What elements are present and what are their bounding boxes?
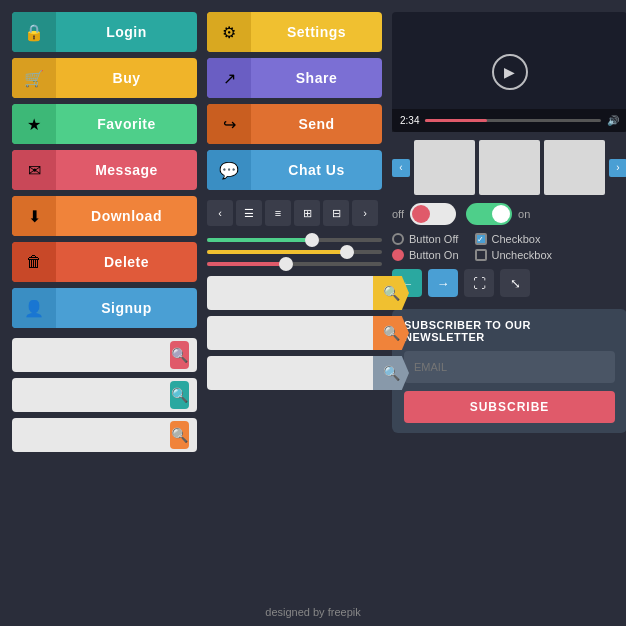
video-progress-fill bbox=[425, 119, 486, 122]
slider-fill-red bbox=[207, 262, 286, 266]
radio-off-item[interactable]: Button Off bbox=[392, 233, 459, 245]
newsletter-email-input[interactable] bbox=[404, 351, 615, 383]
prev-page-button[interactable]: ‹ bbox=[207, 200, 233, 226]
send-label: Send bbox=[251, 116, 382, 132]
uncheckbox-item[interactable]: Uncheckbox bbox=[475, 249, 553, 261]
toggle-off-group: off bbox=[392, 203, 456, 225]
checkbox-checked: ✓ bbox=[475, 233, 487, 245]
thumbnail-2[interactable] bbox=[479, 140, 540, 195]
checkbox-item[interactable]: ✓ Checkbox bbox=[475, 233, 553, 245]
share-label: Share bbox=[251, 70, 382, 86]
search-bar-2: 🔍 bbox=[12, 378, 197, 412]
slider-thumb-green[interactable] bbox=[305, 233, 319, 247]
middle-column: ⚙ Settings ↗ Share ↪ Send 💬 Chat Us ‹ ☰ … bbox=[207, 12, 382, 614]
signup-button[interactable]: 👤 Signup bbox=[12, 288, 197, 328]
radio-on-dot bbox=[392, 249, 404, 261]
slider-track-yellow bbox=[207, 250, 382, 254]
thumb-next-button[interactable]: › bbox=[609, 159, 626, 177]
subscribe-button[interactable]: SUBSCRIBE bbox=[404, 391, 615, 423]
share-icon: ↗ bbox=[207, 58, 251, 98]
slider-track-green bbox=[207, 238, 382, 242]
slider-thumb-yellow[interactable] bbox=[340, 245, 354, 259]
download-icon: ⬇ bbox=[12, 196, 56, 236]
toggle-off-label: off bbox=[392, 208, 404, 220]
video-time: 2:34 bbox=[400, 115, 419, 126]
slider-fill-green bbox=[207, 238, 312, 242]
signup-label: Signup bbox=[56, 300, 197, 316]
arrow-search-input-3[interactable] bbox=[207, 366, 373, 380]
chat-button[interactable]: 💬 Chat Us bbox=[207, 150, 382, 190]
thumb-prev-button[interactable]: ‹ bbox=[392, 159, 410, 177]
delete-button[interactable]: 🗑 Delete bbox=[12, 242, 197, 282]
grid-view-2-button[interactable]: ⊟ bbox=[323, 200, 349, 226]
buy-label: Buy bbox=[56, 70, 197, 86]
right-column: ▶ 2:34 🔊 ‹ › off bbox=[392, 12, 626, 614]
search-button-2[interactable]: 🔍 bbox=[170, 381, 189, 409]
chat-label: Chat Us bbox=[251, 162, 382, 178]
checkbox-unchecked bbox=[475, 249, 487, 261]
next-page-button[interactable]: › bbox=[352, 200, 378, 226]
thumbnail-1[interactable] bbox=[414, 140, 475, 195]
video-volume: 🔊 bbox=[607, 115, 619, 126]
radio-group: Button Off Button On bbox=[392, 233, 459, 261]
arrow-search-btn-2[interactable]: 🔍 bbox=[373, 316, 409, 350]
checkbox-group: ✓ Checkbox Uncheckbox bbox=[475, 233, 553, 261]
chat-icon: 💬 bbox=[207, 150, 251, 190]
slider-green bbox=[207, 238, 382, 242]
favorite-button[interactable]: ★ Favorite bbox=[12, 104, 197, 144]
search-input-3[interactable] bbox=[20, 428, 170, 442]
slider-thumb-red[interactable] bbox=[279, 257, 293, 271]
toggle-off[interactable] bbox=[410, 203, 456, 225]
video-controls: 2:34 🔊 bbox=[392, 109, 626, 132]
search-input-2[interactable] bbox=[20, 388, 170, 402]
slider-yellow bbox=[207, 250, 382, 254]
slider-red bbox=[207, 262, 382, 266]
search-button-1[interactable]: 🔍 bbox=[170, 341, 189, 369]
toggle-on[interactable] bbox=[466, 203, 512, 225]
message-button[interactable]: ✉ Message bbox=[12, 150, 197, 190]
lock-icon: 🔒 bbox=[12, 12, 56, 52]
toggles-section: off on bbox=[392, 203, 626, 225]
favorite-label: Favorite bbox=[56, 116, 197, 132]
arrow-search-bar-2: 🔍 bbox=[207, 316, 382, 350]
thumbnail-3[interactable] bbox=[544, 140, 605, 195]
sliders-section bbox=[207, 238, 382, 266]
main-container: 🔒 Login 🛒 Buy ★ Favorite ✉ Message ⬇ Dow… bbox=[0, 0, 626, 626]
grid-view-1-button[interactable]: ⊞ bbox=[294, 200, 320, 226]
video-progress-bar[interactable] bbox=[425, 119, 601, 122]
search-bars-left: 🔍 🔍 🔍 bbox=[12, 338, 197, 452]
slider-fill-yellow bbox=[207, 250, 347, 254]
nav-expand-button[interactable]: ⛶ bbox=[464, 269, 494, 297]
list-view-2-button[interactable]: ≡ bbox=[265, 200, 291, 226]
search-bar-1: 🔍 bbox=[12, 338, 197, 372]
search-input-1[interactable] bbox=[20, 348, 170, 362]
arrow-search-btn-1[interactable]: 🔍 bbox=[373, 276, 409, 310]
user-icon: 👤 bbox=[12, 288, 56, 328]
buy-button[interactable]: 🛒 Buy bbox=[12, 58, 197, 98]
arrow-search-input-1[interactable] bbox=[207, 286, 373, 300]
radio-check-section: Button Off Button On ✓ Checkbox Uncheckb… bbox=[392, 233, 626, 261]
share-button[interactable]: ↗ Share bbox=[207, 58, 382, 98]
toggle-on-group: on bbox=[466, 203, 530, 225]
arrow-search-btn-3[interactable]: 🔍 bbox=[373, 356, 409, 390]
download-button[interactable]: ⬇ Download bbox=[12, 196, 197, 236]
send-button[interactable]: ↪ Send bbox=[207, 104, 382, 144]
mail-icon: ✉ bbox=[12, 150, 56, 190]
thumbnail-strip: ‹ › bbox=[392, 140, 626, 195]
nav-right-button[interactable]: → bbox=[428, 269, 458, 297]
play-button[interactable]: ▶ bbox=[492, 54, 528, 90]
settings-button[interactable]: ⚙ Settings bbox=[207, 12, 382, 52]
arrow-search-input-2[interactable] bbox=[207, 326, 373, 340]
search-button-3[interactable]: 🔍 bbox=[170, 421, 189, 449]
arrow-search-bar-3: 🔍 bbox=[207, 356, 382, 390]
login-label: Login bbox=[56, 24, 197, 40]
toggle-on-thumb bbox=[492, 205, 510, 223]
nav-compress-button[interactable]: ⤡ bbox=[500, 269, 530, 297]
login-button[interactable]: 🔒 Login bbox=[12, 12, 197, 52]
radio-on-label: Button On bbox=[409, 249, 459, 261]
arrow-search-bar-1: 🔍 bbox=[207, 276, 382, 310]
list-view-1-button[interactable]: ☰ bbox=[236, 200, 262, 226]
trash-icon: 🗑 bbox=[12, 242, 56, 282]
radio-on-item[interactable]: Button On bbox=[392, 249, 459, 261]
footer: designed by freepik bbox=[0, 606, 626, 618]
